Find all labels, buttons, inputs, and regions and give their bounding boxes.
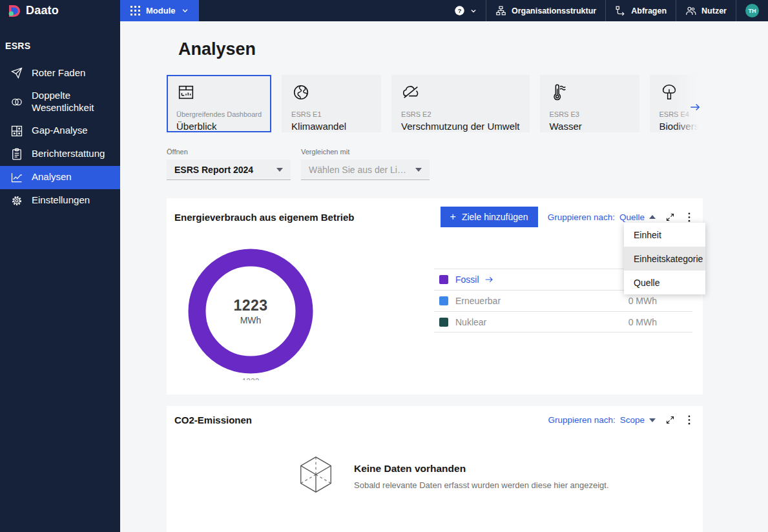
sidebar-item-label: Einstellungen: [32, 194, 90, 207]
compare-select[interactable]: Wählen Sie aus der Liste a...: [301, 159, 430, 180]
dashboard-tiles: Übergreifendes Dashboard Überblick ESRS …: [167, 75, 703, 132]
caret-down-icon: [649, 418, 656, 422]
open-report-label: Öffnen: [167, 148, 291, 156]
tile-wasser[interactable]: ESRS E3 Wasser: [540, 75, 639, 132]
queries-button[interactable]: Abfragen: [605, 0, 676, 21]
sidebar: ESRS Roter Faden Doppelte Wesentlichkeit…: [0, 21, 120, 532]
daato-logo-icon: [8, 5, 21, 17]
erneuerbar-label: Erneuerbar: [455, 296, 501, 306]
menu-item-einheit[interactable]: Einheit: [624, 223, 705, 247]
tile-title: Verschmutzung der Umwelt: [401, 121, 519, 132]
group-by-menu: Einheit Einheitskategorie Quelle: [624, 223, 705, 294]
nuklear-value: 0 MWh: [628, 317, 657, 327]
tile-title: Biodiversität: [659, 121, 703, 132]
kebab-menu-icon: [685, 212, 694, 222]
sidebar-item-label: Gap-Analyse: [32, 125, 88, 137]
energy-card-title: Energieverbrauch aus eigenem Betrieb: [174, 212, 354, 223]
avatar[interactable]: TH: [745, 4, 759, 17]
sidebar-item-gap-analyse[interactable]: Gap-Analyse: [0, 119, 120, 143]
tile-verschmutzung[interactable]: ESRS E2 Verschmutzung der Umwelt: [391, 75, 529, 132]
nuklear-swatch: [439, 318, 448, 327]
report-filters: Öffnen ESRS Report 2024 Vergleichen mit …: [167, 148, 768, 180]
erneuerbar-swatch: [439, 296, 448, 305]
fossil-swatch: [439, 275, 448, 284]
paper-plane-icon: [10, 66, 23, 79]
empty-state-title: Keine Daten vorhanden: [354, 463, 609, 475]
tile-title: Wasser: [550, 121, 630, 132]
cloud-slash-icon: [401, 83, 420, 102]
clipboard-icon: [10, 148, 23, 161]
menu-item-einheitskategorie[interactable]: Einheitskategorie: [624, 247, 705, 271]
group-by-scope-dropdown[interactable]: Gruppieren nach: Scope: [548, 415, 656, 425]
tile-title: Überblick: [176, 121, 262, 132]
org-structure-label: Organisationsstruktur: [512, 6, 596, 15]
module-menu-button[interactable]: Module: [120, 0, 199, 21]
tile-ueberblick[interactable]: Übergreifendes Dashboard Überblick: [167, 75, 271, 132]
dashboard-icon: [176, 83, 196, 102]
top-bar: Daato Module ? Organisations: [0, 0, 768, 21]
thermometer-waves-icon: [550, 83, 569, 102]
users-button[interactable]: Nutzer: [676, 0, 736, 21]
nuklear-label: Nuklear: [455, 317, 486, 327]
empty-state-subtitle: Sobald relevante Daten erfasst wurden we…: [354, 480, 609, 490]
expand-card-button[interactable]: [665, 212, 675, 222]
topbar-spacer: [199, 0, 445, 21]
menu-item-quelle[interactable]: Quelle: [624, 271, 705, 294]
tree-icon: [659, 83, 679, 102]
sidebar-item-label: Roter Faden: [32, 67, 85, 79]
flow-arrow-icon: [615, 5, 626, 16]
account-menu[interactable]: TH: [736, 0, 768, 21]
kebab-menu-icon: [685, 415, 694, 425]
sidebar-item-label: Berichterstattung: [32, 148, 105, 160]
sitemap-icon: [495, 5, 506, 16]
group-by-quelle-dropdown[interactable]: Gruppieren nach: Quelle: [548, 212, 656, 222]
quadrant-grid-icon: [10, 125, 23, 138]
help-menu-button[interactable]: ?: [445, 0, 486, 21]
card-overflow-menu-button[interactable]: [685, 415, 694, 425]
svg-text:?: ?: [458, 8, 462, 14]
chevron-down-icon: [415, 168, 422, 172]
grid-icon: [130, 6, 140, 15]
add-goals-button[interactable]: + Ziele hinzufügen: [441, 207, 538, 227]
org-structure-button[interactable]: Organisationsstruktur: [486, 0, 605, 21]
globe-icon: [291, 83, 311, 102]
group-by-prefix: Gruppieren nach:: [548, 415, 615, 425]
tiles-next-arrow-icon[interactable]: [689, 101, 701, 116]
gear-icon: [10, 194, 23, 207]
overlapping-circles-icon: [10, 96, 23, 108]
help-icon: ?: [454, 5, 465, 16]
energy-consumption-card: Energieverbrauch aus eigenem Betrieb + Z…: [167, 198, 703, 394]
compare-placeholder: Wählen Sie aus der Liste a...: [309, 165, 409, 175]
logo-text: Daato: [26, 4, 59, 17]
expand-card-button[interactable]: [665, 415, 675, 425]
queries-label: Abfragen: [631, 6, 667, 15]
sidebar-item-doppelte-wesentlichkeit[interactable]: Doppelte Wesentlichkeit: [0, 85, 120, 119]
line-chart-icon: [10, 171, 23, 184]
plus-icon: +: [450, 212, 456, 222]
group-by-prefix: Gruppieren nach:: [548, 212, 615, 222]
add-goals-label: Ziele hinzufügen: [462, 212, 528, 222]
chevron-down-icon: [182, 7, 189, 14]
sidebar-item-analysen[interactable]: Analysen: [0, 166, 120, 189]
tile-subtitle: ESRS E3: [550, 110, 630, 118]
energy-donut-chart[interactable]: 1223 MWh: [188, 249, 313, 374]
sidebar-item-roter-faden[interactable]: Roter Faden: [0, 61, 120, 85]
page-title: Analysen: [178, 39, 768, 59]
compare-label: Vergleichen mit: [301, 148, 430, 156]
open-report-value: ESRS Report 2024: [174, 165, 253, 175]
module-label: Module: [146, 6, 176, 15]
sidebar-item-einstellungen[interactable]: Einstellungen: [0, 189, 120, 212]
fossil-link[interactable]: Fossil: [455, 274, 494, 285]
card-overflow-menu-button[interactable]: [685, 212, 694, 222]
tile-subtitle: ESRS E2: [401, 110, 519, 118]
co2-empty-state: Keine Daten vorhanden Sobald relevante D…: [296, 451, 703, 498]
donut-clipped-axis-label: 1223: [188, 377, 313, 380]
tile-klimawandel[interactable]: ESRS E1 Klimawandel: [282, 75, 381, 132]
users-icon: [685, 5, 696, 16]
app-logo: Daato: [0, 0, 120, 21]
tile-title: Klimawandel: [291, 121, 371, 132]
expand-icon: [665, 415, 675, 425]
open-report-select[interactable]: ESRS Report 2024: [167, 159, 291, 180]
legend-row-nuklear[interactable]: Nuklear 0 MWh: [434, 311, 692, 332]
sidebar-item-berichterstattung[interactable]: Berichterstattung: [0, 143, 120, 166]
